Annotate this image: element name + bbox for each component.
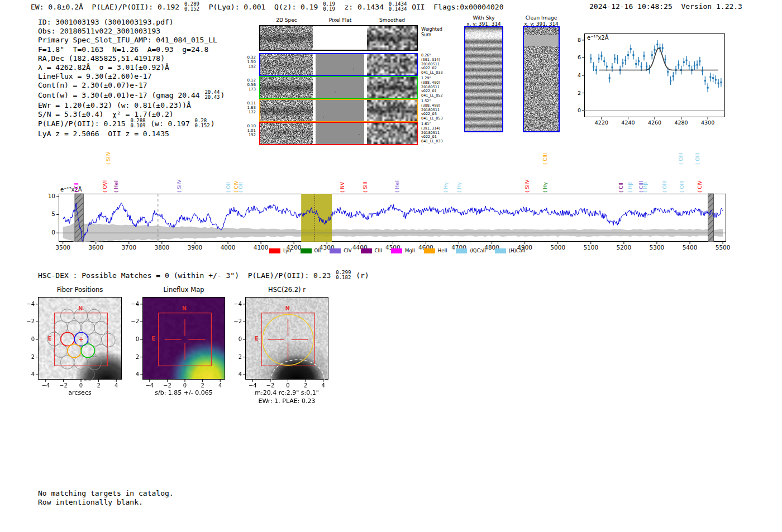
data-point [718,83,719,84]
legend-label: CIV [344,248,351,253]
data-point [699,60,700,62]
clean-image-frame [523,26,560,132]
x-tick-label: 0 [177,382,193,389]
x-tick-label: 5400 [678,244,702,251]
emission-line-label: ( OVI [102,180,108,193]
info-line: P(LAE)/P(OII): 0.215 0.2880.169 (w: 0.19… [38,119,225,130]
emission-line-label: ( CII [618,183,624,193]
spec2d-row [259,76,418,99]
fiber-circle [60,309,74,322]
y-tick-label: −2 [22,318,35,324]
data-point [704,80,706,82]
lineflux-map-title: Lineflux Map [142,286,225,294]
clean-image [524,27,559,131]
data-point [595,69,597,71]
legend-swatch [424,248,435,253]
spec2d-cell-image [316,77,364,98]
spectrum-legend: LyαOIICIVCIIIMgIIHeII(K)CaII(H)CaII [269,248,525,253]
report-header-summary: EW: 0.8±0.2Å P(LAE)/P(OII): 0.192 0.2890… [31,2,504,13]
x-tick-label: −4 [245,382,260,389]
data-point [665,59,666,60]
legend-label: OII [314,248,321,253]
data-point [670,80,671,82]
spec2d-cell-image [316,123,364,144]
clean-image-title: Clean Image x, y: 391, 314 [502,15,580,27]
spectrum-flux-units-label: e⁻¹⁷x2Å [60,186,82,193]
x-tick-label: 4000 [216,244,240,251]
spec2d-row-right-labels: 1.52"(388, 498)20180511v022_03041_LL_053 [421,99,465,121]
note-line: No matching targets in catalog. [38,489,174,498]
with-sky-image [465,27,502,131]
data-point [614,58,616,60]
y-tick-label: 0 [45,229,55,236]
legend-swatch [330,248,341,253]
legend-item: CIV [330,248,351,253]
line-fit-plot [584,33,725,117]
y-tick-label: −4 [22,301,35,307]
center-cross-marker [79,337,83,342]
x-tick-label: 4280 [671,119,692,126]
compass-east-label: E [152,336,156,342]
hsc-dex-match-line: HSC-DEX : Possible Matches = 0 (within +… [38,271,369,281]
x-tick-label: 0 [280,382,296,389]
spec2d-cell-image [367,123,417,144]
x-tick-label: 5100 [579,244,603,251]
y-tick-label: −2 [230,318,242,324]
emission-line-label: ( OII [226,182,231,193]
y-tick-label: 4 [22,371,35,377]
data-point [630,48,632,50]
x-tick-label: 3500 [51,244,75,251]
info-line: LyA z = 2.5066 OII z = 0.1435 [38,130,225,138]
data-point [606,66,608,68]
x-tick-label: 4220 [592,119,612,126]
spec2d-cell-image [316,100,364,121]
spec2d-cell-image [260,54,313,75]
y-tick-label: 8 [573,37,581,43]
emission-line-label: ( OIII [679,181,685,193]
data-point [646,66,647,68]
data-point [720,82,722,83]
emission-line-label: ( SiIV [524,180,530,193]
masked-region-band [708,194,714,242]
legend-swatch [495,248,506,253]
fiber-positions-xlabel: arcsecs [38,389,122,396]
emission-line-labels: ( CII( OVI( SiIV( HeII( SiIV( OII( CIV( … [59,146,726,194]
emission-line-label: ( OII [238,182,244,193]
x-tick-label: 5200 [612,244,636,251]
data-point [617,59,618,60]
legend-label: CIII [375,248,382,253]
compass-north-label: N [182,305,187,311]
spec2d-cell-image [260,100,313,121]
y-tick-label: 2 [230,354,242,360]
legend-item: HeII [424,248,447,253]
emission-line-label: ( SiII [363,181,368,193]
full-spectrum-plot [59,194,726,242]
timestamp: 2024-12-16 10:48:25 [589,2,673,11]
detection-info-block: ID: 3001003193 (3001003193.pdf)Obs: 2018… [38,18,225,138]
legend-swatch [391,248,402,253]
x-tick-label: 3800 [150,244,174,251]
emission-line-label: ( CIV [697,181,703,193]
info-line: Cont(w) = 3.30(±0.01)e-17 (gmag 20.44 20… [38,90,225,101]
data-point [641,66,642,68]
version-label: Version 1.22.3 [681,2,742,11]
emission-line-label: ( CIII [638,181,644,193]
fiber-positions-title: Fiber Positions [38,286,122,294]
legend-swatch [456,248,467,253]
info-line: λ = 4262.82Å σ = 3.01(±0.92)Å [38,63,225,72]
emission-line-label: ( CIII [542,153,548,165]
emission-line-label: ( Hβ [642,182,648,193]
info-line: LineFlux = 9.30(±2.60)e-17 [38,72,225,81]
data-point [651,54,653,56]
x-tick-label: 0 [73,382,89,389]
data-point [593,66,594,68]
fiber-circle [94,344,108,358]
data-point [654,49,656,51]
highlight-band [301,194,332,242]
legend-label: Lyα [283,248,292,253]
elixer-report-page: EW: 0.8±0.2Å P(LAE)/P(OII): 0.192 0.2890… [0,0,782,532]
spec2d-col-header: Pixel Flat [315,17,365,23]
data-point [656,44,658,45]
legend-item: CIII [361,248,382,253]
selected-fiber-circle [81,344,94,357]
